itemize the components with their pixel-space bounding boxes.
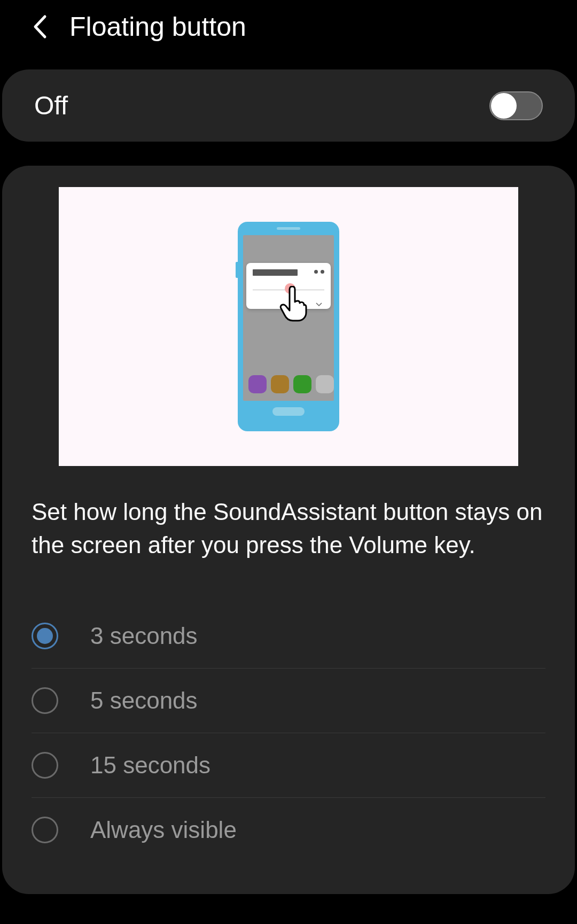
content-card: Set how long the SoundAssistant button s… [2,166,575,894]
radio-icon [32,687,58,714]
radio-label: 15 seconds [90,752,210,779]
page-title: Floating button [69,11,246,42]
toggle-label: Off [34,91,68,120]
description-text: Set how long the SoundAssistant button s… [32,495,545,561]
phone-illustration [238,222,339,431]
radio-icon [32,752,58,779]
radio-icon [32,623,58,649]
hand-pointer-icon [279,286,307,324]
master-toggle-row[interactable]: Off [2,69,575,142]
radio-option-5-seconds[interactable]: 5 seconds [32,669,545,733]
radio-option-always-visible[interactable]: Always visible [32,798,545,862]
radio-option-15-seconds[interactable]: 15 seconds [32,733,545,798]
toggle-switch[interactable] [489,91,543,120]
header-bar: Floating button [0,0,577,53]
toggle-knob [491,93,517,119]
duration-radio-group: 3 seconds 5 seconds 15 seconds Always vi… [32,604,545,862]
radio-label: 3 seconds [90,623,198,649]
radio-option-3-seconds[interactable]: 3 seconds [32,604,545,669]
radio-label: 5 seconds [90,687,198,714]
radio-icon [32,817,58,843]
illustration [59,187,518,466]
back-icon[interactable] [27,13,53,40]
radio-label: Always visible [90,817,237,843]
